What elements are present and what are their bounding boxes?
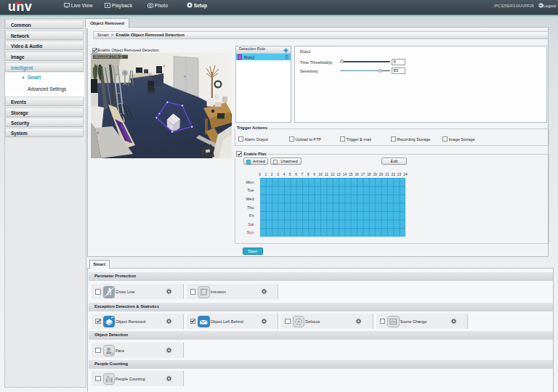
svg-text:09/11/2018 17:06:11: 09/11/2018 17:06:11	[94, 55, 123, 59]
